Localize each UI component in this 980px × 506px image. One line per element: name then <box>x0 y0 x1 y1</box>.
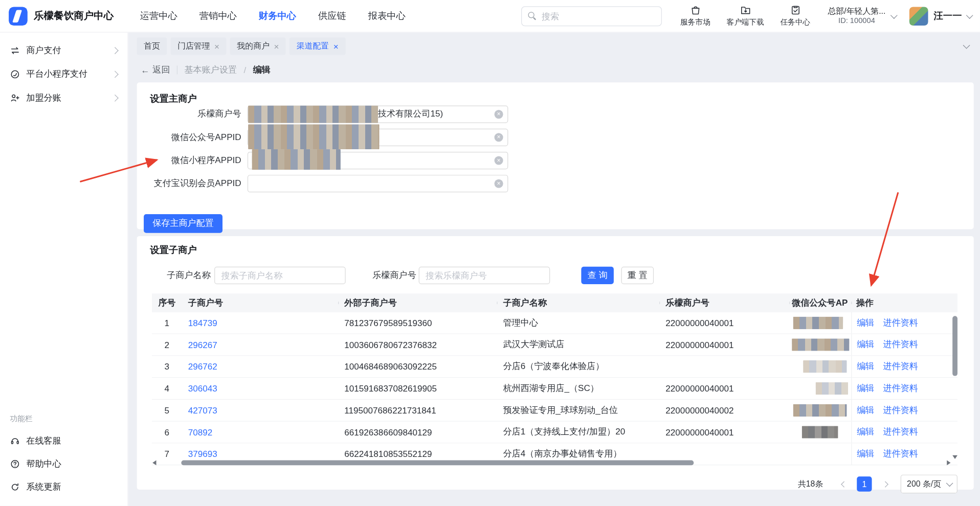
page-size-select[interactable]: 200 条/页 <box>901 475 957 494</box>
sub-merchant-id-link[interactable]: 296762 <box>188 361 217 372</box>
lemon-merchant-search-input[interactable] <box>419 267 550 284</box>
search-button[interactable]: 查 询 <box>581 267 614 284</box>
scroll-right-icon[interactable] <box>947 461 950 466</box>
sidebar-item-system-update[interactable]: 系统更新 <box>0 475 127 498</box>
tab-channel-config[interactable]: 渠道配置 × <box>289 37 345 55</box>
onboarding-materials-link[interactable]: 进件资料 <box>883 383 918 394</box>
scroll-down-icon[interactable] <box>952 455 957 459</box>
table-row: 1 184739 781237679589519360 管理中心 2200000… <box>152 312 957 334</box>
cell-ext-id: 661926386609840129 <box>338 427 497 438</box>
onboarding-materials-link[interactable]: 进件资料 <box>883 339 918 350</box>
nav-marketing-center[interactable]: 营销中心 <box>199 10 237 22</box>
avatar[interactable] <box>909 7 928 26</box>
onboarding-materials-link[interactable]: 进件资料 <box>883 448 918 459</box>
sub-merchant-id-link[interactable]: 306043 <box>188 383 217 394</box>
cell-name: 预发验证专用_球球别动_台位 <box>497 405 659 416</box>
prev-page-button[interactable] <box>837 477 851 491</box>
onboarding-materials-link[interactable]: 进件资料 <box>883 405 918 416</box>
redacted-mosaic <box>248 106 378 123</box>
sidebar-item-online-support[interactable]: 在线客服 <box>0 429 127 452</box>
tab-label: 首页 <box>144 40 160 52</box>
sub-merchant-id-link[interactable]: 296267 <box>188 340 217 350</box>
sidebar-item-help-center[interactable]: 帮助中心 <box>0 452 127 475</box>
search-input[interactable] <box>540 10 655 21</box>
edit-link[interactable]: 编辑 <box>857 317 874 329</box>
sub-merchant-filters: 子商户名称 乐檬商户号 查 询 重 置 <box>137 267 974 284</box>
edit-link[interactable]: 编辑 <box>857 361 874 372</box>
tab-collapse-button[interactable] <box>959 39 972 53</box>
edit-link[interactable]: 编辑 <box>857 339 874 350</box>
sub-merchant-id-link[interactable]: 379693 <box>188 449 217 459</box>
cell-index: 5 <box>152 405 182 416</box>
merchant-center-page: 乐檬餐饮商户中心 运营中心 营销中心 财务中心 供应链 报表中心 服务市场 <box>0 0 980 506</box>
global-search[interactable] <box>521 6 662 26</box>
sub-merchant-name-input[interactable] <box>214 267 346 284</box>
clear-icon[interactable]: × <box>495 156 503 165</box>
clear-icon[interactable]: × <box>495 179 503 188</box>
alipay-member-appid-input[interactable] <box>248 175 508 192</box>
redacted-mosaic <box>802 426 838 438</box>
help-icon <box>10 458 20 469</box>
tab-store-management[interactable]: 门店管理 × <box>171 37 227 55</box>
onboarding-materials-link[interactable]: 进件资料 <box>883 361 918 372</box>
divider <box>177 65 177 74</box>
org-switcher[interactable]: 总部/年轻人第... ID: 100004 <box>828 6 896 26</box>
onboarding-materials-link[interactable]: 进件资料 <box>883 427 918 438</box>
task-center-button[interactable]: 任务中心 <box>778 5 813 28</box>
horizontal-scroll-thumb[interactable] <box>181 461 694 466</box>
main-content: 首页 门店管理 × 我的商户 × 渠道配置 × ← 返回 <box>128 33 979 506</box>
nav-operations-center[interactable]: 运营中心 <box>140 10 177 22</box>
org-id: ID: 100004 <box>838 16 875 26</box>
close-icon[interactable]: × <box>214 42 219 51</box>
cell-ext-id: 1003606780672376832 <box>338 340 497 350</box>
page-number[interactable]: 1 <box>857 476 872 491</box>
scroll-left-icon[interactable] <box>152 461 156 466</box>
sub-merchant-id-link[interactable]: 184739 <box>188 318 217 328</box>
onboarding-materials-link[interactable]: 进件资料 <box>883 317 918 329</box>
clear-icon[interactable]: × <box>495 133 503 142</box>
tab-my-merchant[interactable]: 我的商户 × <box>230 37 286 55</box>
sub-merchant-table: 序号 子商户号 外部子商户号 子商户名称 乐檬商户号 微信公众号AP 操作 1 … <box>152 293 957 465</box>
nav-report-center[interactable]: 报表中心 <box>368 10 406 22</box>
edit-link[interactable]: 编辑 <box>857 448 874 459</box>
chevron-down-icon <box>946 479 953 487</box>
field-label: 微信小程序APPID <box>137 155 248 166</box>
cell-lemon-id: 22000000040001 <box>659 383 789 394</box>
tab-label: 渠道配置 <box>297 40 329 52</box>
tab-home[interactable]: 首页 <box>137 37 167 55</box>
vertical-scrollbar[interactable] <box>952 312 957 461</box>
service-market-button[interactable]: 服务市场 <box>678 5 712 28</box>
edit-link[interactable]: 编辑 <box>857 383 874 394</box>
sidebar-item-franchise-split[interactable]: 加盟分账 <box>0 86 127 110</box>
close-icon[interactable]: × <box>274 42 279 51</box>
org-name: 总部/年轻人第... <box>828 6 885 16</box>
nav-finance-center[interactable]: 财务中心 <box>259 10 296 22</box>
miniprogram-pay-icon <box>10 70 20 80</box>
headset-icon <box>10 435 20 446</box>
client-download-button[interactable]: 客户端下载 <box>727 5 764 28</box>
sub-merchant-id-link[interactable]: 70892 <box>188 427 213 438</box>
back-arrow-icon: ← <box>141 65 149 75</box>
vertical-scroll-thumb[interactable] <box>952 316 957 376</box>
chevron-down-icon <box>890 12 898 19</box>
close-icon[interactable]: × <box>333 42 339 51</box>
sidebar-item-label: 商户支付 <box>26 45 61 56</box>
tool-label: 系统更新 <box>26 481 61 492</box>
edit-link[interactable]: 编辑 <box>857 405 874 416</box>
sidebar-item-miniprogram-pay[interactable]: 平台小程序支付 <box>0 62 127 86</box>
reset-button[interactable]: 重 置 <box>621 267 654 284</box>
cell-ext-id: 781237679589519360 <box>338 318 497 328</box>
save-main-merchant-button[interactable]: 保存主商户配置 <box>144 214 222 233</box>
back-button[interactable]: ← 返回 <box>141 64 170 76</box>
sub-merchant-id-link[interactable]: 427073 <box>188 405 217 416</box>
edit-link[interactable]: 编辑 <box>857 427 874 438</box>
sidebar-item-merchant-pay[interactable]: 商户支付 <box>0 39 127 62</box>
cell-index: 7 <box>152 449 182 459</box>
clear-icon[interactable]: × <box>495 110 503 119</box>
user-menu[interactable]: 汪一一 <box>934 10 971 22</box>
cell-lemon-id: 22000000040001 <box>659 340 789 350</box>
horizontal-scrollbar[interactable] <box>152 461 951 466</box>
breadcrumb-parent: 基本账户设置 <box>184 64 237 76</box>
nav-supply-chain[interactable]: 供应链 <box>318 10 346 22</box>
next-page-button[interactable] <box>878 477 892 491</box>
